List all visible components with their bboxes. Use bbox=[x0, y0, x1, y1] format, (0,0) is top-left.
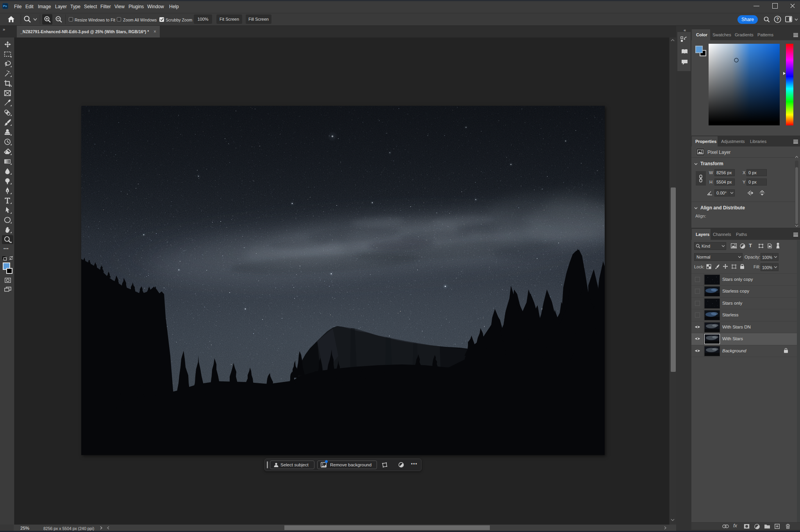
svg-text:?: ? bbox=[776, 17, 779, 21]
